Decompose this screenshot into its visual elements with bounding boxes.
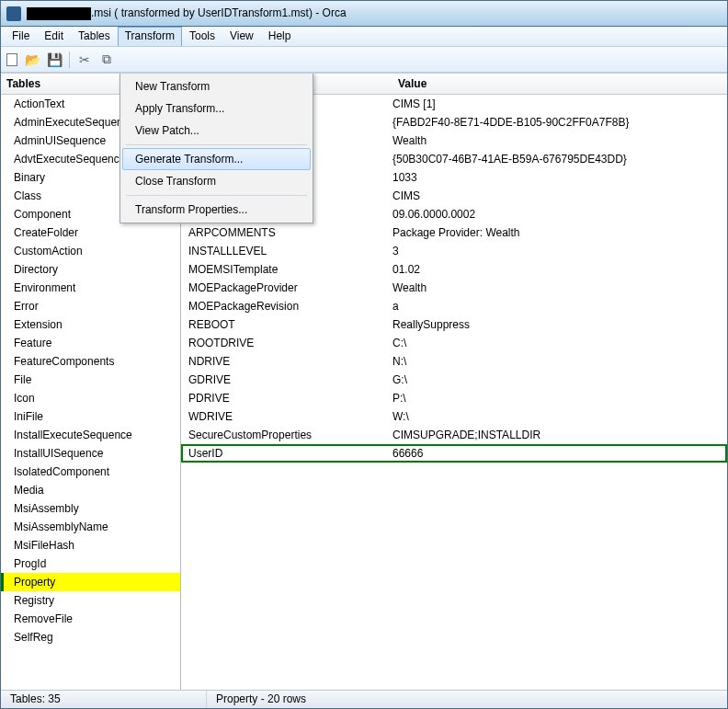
table-row[interactable]: FeatureComponents <box>1 352 180 371</box>
property-value: Package Provider: Wealth <box>392 226 727 239</box>
copy-icon[interactable]: ⧉ <box>99 52 114 67</box>
table-row[interactable]: CustomAction <box>1 242 180 260</box>
title-suffix: .msi ( transformed by UserIDTransform1.m… <box>91 6 347 19</box>
new-file-icon[interactable] <box>6 53 17 66</box>
property-value: W:\ <box>392 410 727 423</box>
property-row[interactable]: MOEPackageRevisiona <box>181 297 727 315</box>
property-row[interactable]: UserID66666 <box>181 444 727 463</box>
table-row[interactable]: IniFile <box>1 407 180 426</box>
property-row[interactable]: ARPCOMMENTSPackage Provider: Wealth <box>181 223 727 242</box>
cut-icon[interactable]: ✂ <box>77 52 92 67</box>
table-row[interactable]: IsolatedComponent <box>1 463 180 481</box>
menu-tables[interactable]: Tables <box>71 27 118 46</box>
property-row[interactable]: ROOTDRIVEC:\ <box>181 334 727 352</box>
app-icon <box>6 6 21 21</box>
menu-item-view-patch[interactable]: View Patch... <box>122 120 311 142</box>
property-name: REBOOT <box>187 318 392 331</box>
menu-tools[interactable]: Tools <box>182 27 222 46</box>
property-name: MOEMSITemplate <box>187 263 392 276</box>
table-row[interactable]: Property <box>1 573 180 591</box>
table-row[interactable]: ProgId <box>1 555 180 573</box>
property-value: ReallySuppress <box>392 318 727 331</box>
property-value: 09.06.0000.0002 <box>392 208 727 221</box>
property-name: WDRIVE <box>187 410 392 423</box>
table-row[interactable]: InstallExecuteSequence <box>1 426 180 444</box>
title-bar[interactable]: .msi ( transformed by UserIDTransform1.m… <box>1 1 727 27</box>
property-name: NDRIVE <box>187 355 392 368</box>
property-name: MOEPackageProvider <box>187 281 392 294</box>
property-value: P:\ <box>392 392 727 405</box>
property-value: CIMS <box>392 189 727 202</box>
value-column-header[interactable]: Value <box>398 77 722 90</box>
property-value: Wealth <box>392 281 727 294</box>
property-row[interactable]: MOEMSITemplate01.02 <box>181 260 727 279</box>
property-value: 3 <box>392 245 727 257</box>
menu-separator <box>126 144 307 145</box>
table-row[interactable]: Icon <box>1 389 180 407</box>
table-row[interactable]: File <box>1 371 180 389</box>
property-row[interactable]: PDRIVEP:\ <box>181 389 727 407</box>
property-name: SecureCustomProperties <box>187 429 392 441</box>
table-row[interactable]: Error <box>1 297 180 315</box>
property-value: a <box>392 300 727 313</box>
property-row[interactable]: WDRIVEW:\ <box>181 407 727 426</box>
menu-help[interactable]: Help <box>261 27 299 46</box>
menu-edit[interactable]: Edit <box>37 27 71 46</box>
property-row[interactable]: REBOOTReallySuppress <box>181 315 727 334</box>
table-row[interactable]: Environment <box>1 279 180 297</box>
table-row[interactable]: Extension <box>1 315 180 334</box>
table-row[interactable]: Media <box>1 481 180 499</box>
property-name: ARPCOMMENTS <box>187 226 392 239</box>
save-icon[interactable]: 💾 <box>47 52 62 67</box>
table-row[interactable]: CreateFolder <box>1 223 180 242</box>
toolbar: 📂 💾 ✂ ⧉ <box>1 47 727 73</box>
property-value: 01.02 <box>392 263 727 276</box>
table-row[interactable]: MsiAssemblyName <box>1 518 180 536</box>
property-name: GDRIVE <box>187 373 392 386</box>
menu-file[interactable]: File <box>5 27 37 46</box>
property-name: PDRIVE <box>187 392 392 405</box>
menu-item-close-transform[interactable]: Close Transform <box>122 170 311 192</box>
menu-separator <box>126 195 307 196</box>
property-row[interactable]: NDRIVEN:\ <box>181 352 727 371</box>
property-value: C:\ <box>392 337 727 349</box>
property-row[interactable]: INSTALLLEVEL3 <box>181 242 727 260</box>
menu-view[interactable]: View <box>222 27 261 46</box>
table-row[interactable]: MsiAssembly <box>1 499 180 518</box>
title-redacted <box>27 7 91 20</box>
menu-item-generate-transform[interactable]: Generate Transform... <box>122 148 311 170</box>
property-value: {50B30C07-46B7-41AE-B59A-676795DE43DD} <box>392 153 727 166</box>
open-file-icon[interactable]: 📂 <box>25 52 40 67</box>
property-name: INSTALLLEVEL <box>187 245 392 257</box>
menu-item-apply-transform[interactable]: Apply Transform... <box>122 97 311 120</box>
property-row[interactable]: MOEPackageProviderWealth <box>181 279 727 297</box>
property-name: UserID <box>187 447 392 460</box>
property-value: Wealth <box>392 134 727 147</box>
table-row[interactable]: InstallUISequence <box>1 444 180 463</box>
status-bar: Tables: 35 Property - 20 rows <box>1 690 727 708</box>
window-title: .msi ( transformed by UserIDTransform1.m… <box>27 6 347 20</box>
property-value: G:\ <box>392 373 727 386</box>
table-row[interactable]: Feature <box>1 334 180 352</box>
property-value: N:\ <box>392 355 727 368</box>
menu-item-new-transform[interactable]: New Transform <box>122 75 311 97</box>
menu-item-transform-properties[interactable]: Transform Properties... <box>122 199 311 221</box>
status-rows-count: Property - 20 rows <box>207 691 727 708</box>
table-row[interactable]: MsiFileHash <box>1 536 180 555</box>
menu-transform[interactable]: Transform <box>118 27 182 46</box>
table-row[interactable]: Registry <box>1 591 180 610</box>
table-row[interactable]: Directory <box>1 260 180 279</box>
table-row[interactable]: RemoveFile <box>1 610 180 628</box>
property-value: {FABD2F40-8E71-4DDE-B105-90C2FF0A7F8B} <box>392 116 727 129</box>
main-body: Tables ActionTextAdminExecuteSequenceAdm… <box>1 73 727 690</box>
property-row[interactable]: GDRIVEG:\ <box>181 371 727 389</box>
property-value: 66666 <box>392 447 727 460</box>
toolbar-separator <box>69 51 70 68</box>
property-name: ROOTDRIVE <box>187 337 392 349</box>
transform-menu-dropdown: New TransformApply Transform...View Patc… <box>119 73 313 223</box>
status-tables-count: Tables: 35 <box>1 691 207 708</box>
property-value: CIMSUPGRADE;INSTALLDIR <box>392 429 727 441</box>
property-row[interactable]: SecureCustomPropertiesCIMSUPGRADE;INSTAL… <box>181 426 727 444</box>
table-row[interactable]: SelfReg <box>1 628 180 646</box>
app-window: .msi ( transformed by UserIDTransform1.m… <box>0 0 728 709</box>
